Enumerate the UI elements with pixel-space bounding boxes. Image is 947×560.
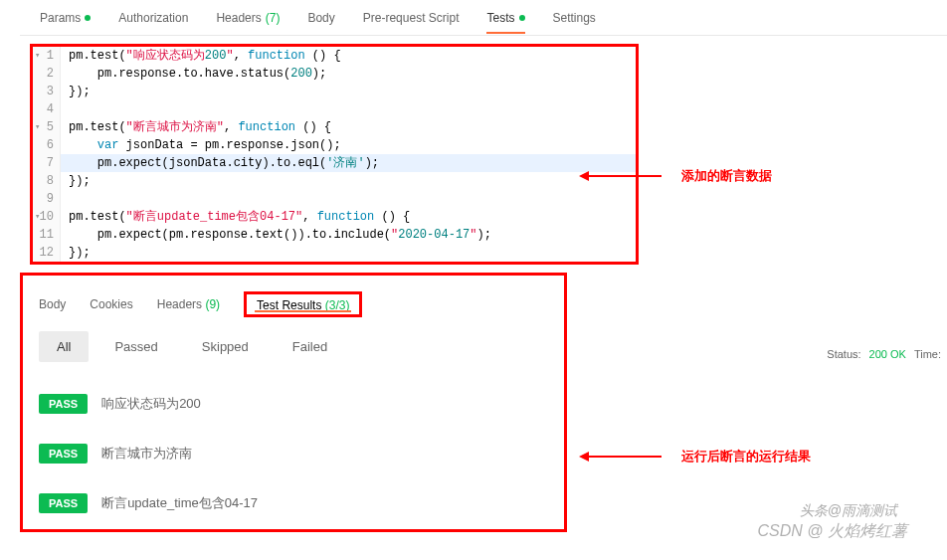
tab-settings[interactable]: Settings bbox=[553, 3, 596, 33]
code-line[interactable]: 2 pm.response.to.have.status(200); bbox=[33, 65, 636, 83]
response-tab-bar: Body Cookies Headers (9) Test Results (3… bbox=[23, 283, 564, 321]
dot-icon bbox=[85, 15, 91, 21]
code-line[interactable]: 1▾pm.test("响应状态码为200", function () { bbox=[33, 47, 636, 65]
tab-authorization[interactable]: Authorization bbox=[118, 3, 188, 33]
annotation-text: 添加的断言数据 bbox=[681, 167, 772, 185]
annotation-text: 运行后断言的运行结果 bbox=[681, 448, 811, 466]
test-filter-bar: All Passed Skipped Failed bbox=[23, 321, 564, 372]
test-name: 断言update_time包含04-17 bbox=[101, 494, 258, 512]
filter-all[interactable]: All bbox=[39, 331, 89, 362]
response-tab-testresults[interactable]: Test Results (3/3) bbox=[244, 291, 362, 317]
filter-skipped[interactable]: Skipped bbox=[184, 331, 267, 362]
test-result-row: PASS断言城市为济南 bbox=[23, 436, 564, 471]
request-tab-bar: Params Authorization Headers (7) Body Pr… bbox=[20, 0, 947, 36]
dot-icon bbox=[519, 15, 525, 21]
code-line[interactable]: 7 pm.expect(jsonData.city).to.eql('济南'); bbox=[33, 154, 636, 172]
tab-params[interactable]: Params bbox=[40, 3, 91, 33]
code-line[interactable]: 5▾pm.test("断言城市为济南", function () { bbox=[33, 118, 636, 136]
test-result-row: PASS断言update_time包含04-17 bbox=[23, 485, 564, 521]
pass-badge: PASS bbox=[39, 444, 88, 464]
tab-tests[interactable]: Tests bbox=[486, 3, 524, 33]
watermark-toutiao: 头条@雨滴测试 bbox=[800, 502, 897, 520]
arrow-left-icon bbox=[582, 456, 662, 458]
pass-badge: PASS bbox=[39, 493, 88, 513]
response-status: Status:200 OK Time: bbox=[827, 348, 941, 360]
code-line[interactable]: 12}); bbox=[33, 244, 636, 262]
pass-badge: PASS bbox=[39, 394, 88, 414]
tab-body[interactable]: Body bbox=[307, 3, 334, 33]
annotation-added-assertion: 添加的断言数据 bbox=[582, 167, 772, 185]
test-name: 响应状态码为200 bbox=[101, 395, 201, 413]
response-tab-cookies[interactable]: Cookies bbox=[90, 291, 132, 317]
response-tab-headers[interactable]: Headers (9) bbox=[157, 291, 220, 317]
code-line[interactable]: 11 pm.expect(pm.response.text()).to.incl… bbox=[33, 226, 636, 244]
code-line[interactable]: 10▾pm.test("断言update_time包含04-17", funct… bbox=[33, 208, 636, 226]
code-line[interactable]: 3}); bbox=[33, 83, 636, 100]
tab-prerequest[interactable]: Pre-request Script bbox=[363, 3, 460, 33]
watermark-csdn: CSDN @ 火焰烤红薯 bbox=[758, 521, 907, 542]
filter-failed[interactable]: Failed bbox=[275, 331, 345, 362]
test-name: 断言城市为济南 bbox=[101, 445, 192, 463]
tab-headers[interactable]: Headers (7) bbox=[216, 3, 280, 33]
response-panel: Body Cookies Headers (9) Test Results (3… bbox=[20, 273, 567, 532]
code-line[interactable]: 9 bbox=[33, 190, 636, 208]
code-line[interactable]: 6 var jsonData = pm.response.json(); bbox=[33, 136, 636, 154]
test-result-row: PASS响应状态码为200 bbox=[23, 386, 564, 422]
arrow-left-icon bbox=[582, 175, 662, 177]
filter-passed[interactable]: Passed bbox=[96, 331, 175, 362]
code-line[interactable]: 4 bbox=[33, 100, 636, 118]
code-line[interactable]: 8}); bbox=[33, 172, 636, 190]
response-tab-body[interactable]: Body bbox=[39, 291, 66, 317]
annotation-run-results: 运行后断言的运行结果 bbox=[582, 448, 811, 466]
tests-code-editor[interactable]: 1▾pm.test("响应状态码为200", function () {2 pm… bbox=[30, 44, 639, 265]
